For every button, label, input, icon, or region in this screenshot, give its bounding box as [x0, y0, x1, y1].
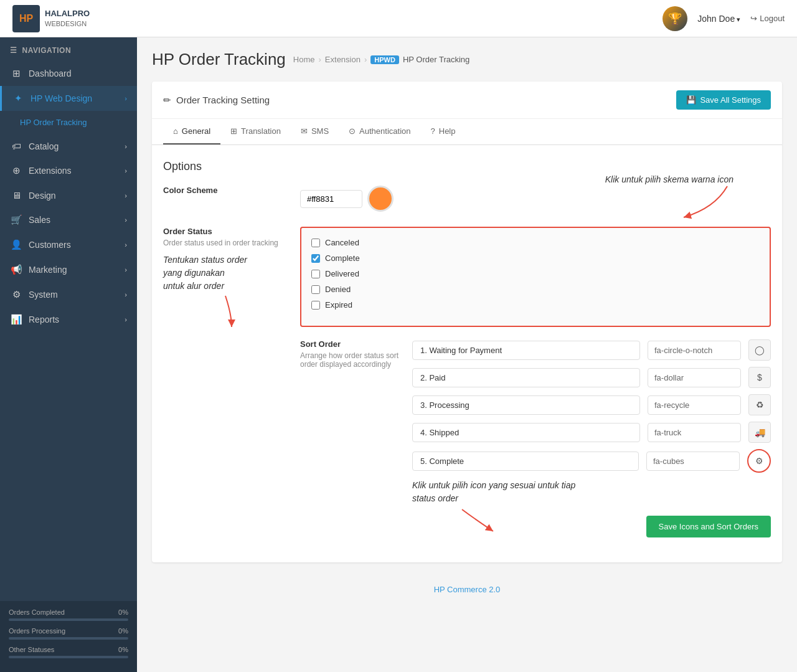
checkbox-complete: Complete — [311, 253, 760, 263]
tab-general[interactable]: ⌂ General — [163, 119, 220, 144]
menu-icon: ☰ — [10, 46, 17, 55]
logo-brand: HALALPRO — [45, 9, 90, 19]
stat-orders-completed: Orders Completed 0% — [9, 608, 128, 621]
avatar: 🏆 — [663, 6, 687, 31]
checkbox-denied-input[interactable] — [311, 285, 320, 294]
save-all-button[interactable]: 💾 Save All Settings — [676, 90, 771, 110]
save-icon: 💾 — [686, 95, 696, 105]
user-name[interactable]: John Doe — [697, 14, 740, 24]
icon-annotation: Klik untuk pilih icon yang sesuai untuk … — [412, 479, 575, 537]
checkbox-expired-input[interactable] — [311, 301, 320, 310]
sort-icon-1[interactable] — [648, 341, 741, 360]
checkbox-canceled-input[interactable] — [311, 239, 320, 247]
topbar-right: 🏆 John Doe ↪ Logout — [663, 6, 785, 31]
breadcrumb-badge: HPWD — [370, 55, 399, 64]
sort-order-sublabel: Arrange how order status sort order disp… — [300, 351, 400, 369]
checkbox-complete-input[interactable] — [311, 254, 320, 263]
sidebar-item-hp-web-design[interactable]: ✦ HP Web Design › — [0, 86, 137, 111]
layout: ☰ NAVIGATION ⊞ Dashboard ✦ HP Web Design… — [0, 37, 797, 672]
sort-icon-btn-1[interactable]: ◯ — [748, 339, 771, 361]
breadcrumb-home[interactable]: Home — [293, 55, 315, 64]
sort-icon-btn-2[interactable]: $ — [748, 367, 771, 388]
sort-row-3: ♻ — [412, 394, 771, 415]
color-scheme-input[interactable] — [300, 190, 362, 208]
tabs-bar: ⌂ General ⊞ Translation ✉ SMS ⊙ Authenti… — [152, 119, 782, 145]
logout-button[interactable]: ↪ Logout — [750, 14, 785, 23]
extensions-icon: ⊕ — [10, 165, 22, 176]
footer[interactable]: HP Commerce 2.0 — [152, 575, 782, 604]
help-icon: ? — [431, 126, 435, 136]
sidebar-item-design[interactable]: 🖥 Design › — [0, 183, 137, 207]
sidebar-item-reports[interactable]: 📊 Reports › — [0, 307, 137, 332]
marketing-icon: 📢 — [10, 264, 22, 275]
sort-order-list: ◯ $ — [412, 339, 771, 537]
sidebar-item-marketing[interactable]: 📢 Marketing › — [0, 257, 137, 282]
stat-orders-processing: Orders Processing 0% — [9, 627, 128, 640]
sidebar-item-dashboard[interactable]: ⊞ Dashboard — [0, 61, 137, 86]
save-icons-button[interactable]: Save Icons and Sort Orders — [646, 516, 771, 537]
breadcrumb-current: HP Order Tracking — [403, 55, 469, 64]
sidebar-item-catalog[interactable]: 🏷 Catalog › — [0, 134, 137, 158]
card-header: ✏ Order Tracking Setting 💾 Save All Sett… — [152, 82, 782, 119]
sort-name-4[interactable] — [412, 423, 640, 442]
sort-icon-btn-5[interactable]: ⚙ — [747, 449, 771, 473]
logo-area: HP HALALPRO WEBDESIGN — [12, 5, 149, 32]
sort-order-label: Sort Order — [300, 339, 400, 349]
breadcrumb: Home › Extension › HPWD HP Order Trackin… — [293, 55, 470, 64]
chevron-icon: › — [125, 167, 127, 174]
sort-icon-btn-4[interactable]: 🚚 — [748, 422, 771, 443]
breadcrumb-extension[interactable]: Extension — [325, 55, 361, 64]
color-scheme-label-col: Color Scheme — [163, 186, 288, 197]
sort-icon-3[interactable] — [648, 395, 741, 415]
nav-header: ☰ NAVIGATION — [0, 37, 137, 61]
tab-sms[interactable]: ✉ SMS — [291, 119, 339, 144]
sidebar-stats: Orders Completed 0% Orders Processing 0%… — [0, 601, 137, 672]
logout-icon: ↪ — [750, 14, 757, 23]
system-icon: ⚙ — [10, 289, 22, 300]
chevron-icon: › — [125, 216, 127, 224]
sidebar-item-hp-order-tracking[interactable]: HP Order Tracking — [0, 111, 137, 134]
sort-name-2[interactable] — [412, 368, 640, 387]
order-status-box: Canceled Complete Delivered — [300, 227, 771, 327]
catalog-icon: 🏷 — [10, 141, 22, 151]
sidebar-item-customers[interactable]: 👤 Customers › — [0, 232, 137, 257]
reports-icon: 📊 — [10, 314, 22, 325]
page-header: HP Order Tracking Home › Extension › HPW… — [152, 50, 782, 69]
sort-row-2: $ — [412, 367, 771, 388]
sidebar-item-sales[interactable]: 🛒 Sales › — [0, 207, 137, 232]
chevron-icon: › — [125, 143, 127, 150]
translation-icon: ⊞ — [230, 126, 237, 136]
tab-help[interactable]: ? Help — [421, 119, 466, 144]
tab-translation[interactable]: ⊞ Translation — [220, 119, 291, 144]
customers-icon: 👤 — [10, 239, 22, 250]
sidebar-item-extensions[interactable]: ⊕ Extensions › — [0, 158, 137, 183]
sort-icon-btn-3[interactable]: ♻ — [748, 394, 771, 415]
order-status-label: Order Status — [163, 227, 288, 236]
checkbox-canceled: Canceled — [311, 238, 760, 247]
order-status-sublabel: Order status used in order tracking — [163, 239, 288, 247]
chevron-icon: › — [125, 266, 127, 273]
chevron-icon: › — [125, 95, 127, 102]
design-icon: 🖥 — [10, 190, 22, 201]
checkbox-expired: Expired — [311, 300, 760, 310]
sort-icon-5[interactable] — [646, 452, 740, 471]
webdesign-icon: ✦ — [12, 93, 24, 104]
tab-authentication[interactable]: ⊙ Authentication — [339, 119, 420, 144]
color-swatch[interactable] — [367, 186, 394, 212]
sort-icon-2[interactable] — [648, 368, 741, 387]
sort-name-3[interactable] — [412, 395, 640, 415]
sort-row-1: ◯ — [412, 339, 771, 361]
sort-icon-4[interactable] — [648, 423, 741, 442]
logo-sub: WEBDESIGN — [45, 20, 87, 27]
chevron-icon: › — [125, 241, 127, 248]
sidebar: ☰ NAVIGATION ⊞ Dashboard ✦ HP Web Design… — [0, 37, 137, 672]
checkbox-delivered-input[interactable] — [311, 270, 320, 278]
auth-icon: ⊙ — [349, 126, 356, 136]
sidebar-item-system[interactable]: ⚙ System › — [0, 282, 137, 307]
logo-text: HALALPRO WEBDESIGN — [45, 9, 90, 28]
sort-name-5[interactable] — [412, 452, 639, 471]
chevron-icon: › — [125, 192, 127, 199]
sort-name-1[interactable] — [412, 341, 640, 360]
checkbox-delivered: Delivered — [311, 269, 760, 278]
logo-box: HP — [12, 5, 40, 32]
